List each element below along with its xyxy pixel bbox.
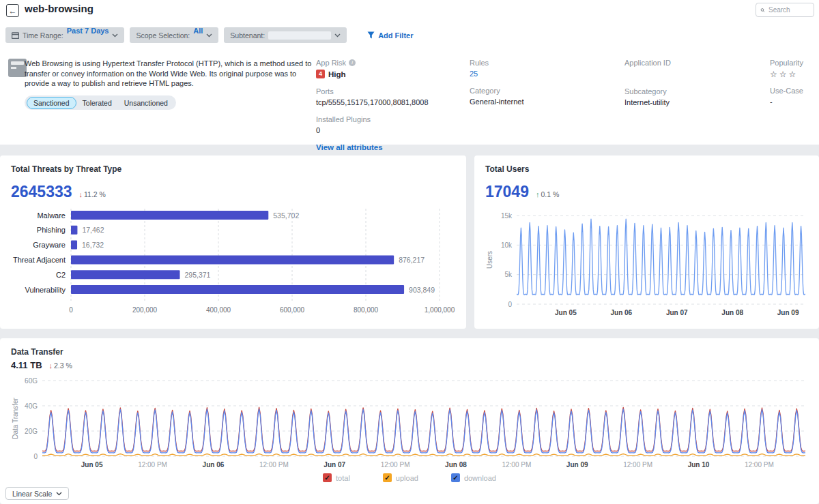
transfer-line-chart[interactable]: 020G40G60GData TransferJun 0512:00 PMJun… xyxy=(11,376,809,472)
svg-text:400,000: 400,000 xyxy=(206,306,231,314)
svg-text:12:00 PM: 12:00 PM xyxy=(381,461,410,469)
rules-value-link[interactable]: 25 xyxy=(470,70,524,78)
svg-text:12:00 PM: 12:00 PM xyxy=(623,461,652,469)
checkbox-checked-icon[interactable]: ✓ xyxy=(383,473,392,482)
time-range-value: Past 7 Days xyxy=(67,27,109,35)
svg-text:535,702: 535,702 xyxy=(273,211,299,220)
subtenant-dropdown[interactable]: Subtenant: xyxy=(224,27,347,43)
tag-unsanctioned[interactable]: Unsanctioned xyxy=(118,98,174,108)
global-search[interactable] xyxy=(756,3,814,17)
subcategory-label: Subcategory xyxy=(624,87,671,95)
page-title: web-browsing xyxy=(25,3,94,14)
checkbox-checked-icon[interactable]: ✓ xyxy=(451,473,460,482)
svg-text:Jun 05: Jun 05 xyxy=(81,461,103,469)
threats-chart-title: Total Threats by Threat Type xyxy=(11,164,121,174)
svg-text:Phishing: Phishing xyxy=(37,226,66,234)
svg-text:200,000: 200,000 xyxy=(132,306,158,314)
time-range-dropdown[interactable]: Time Range: Past 7 Days xyxy=(5,27,124,43)
svg-text:Jun 07: Jun 07 xyxy=(666,309,688,316)
search-input[interactable] xyxy=(768,6,808,14)
scale-selector-dropdown[interactable]: Linear Scale xyxy=(5,487,69,500)
svg-text:60G: 60G xyxy=(25,377,38,385)
ports-value: tcp/5555,15175,17000,8081,8008 xyxy=(316,98,429,106)
view-all-attributes-link[interactable]: View all attributes xyxy=(316,143,429,151)
ports-label: Ports xyxy=(316,87,429,95)
info-icon[interactable]: i xyxy=(349,59,356,66)
app-description: Web Browsing is using Hypertext Transfer… xyxy=(25,59,313,89)
svg-text:Grayware: Grayware xyxy=(33,241,66,249)
svg-text:C2: C2 xyxy=(56,271,66,279)
svg-text:10k: 10k xyxy=(501,241,513,249)
time-range-label: Time Range: xyxy=(23,31,63,40)
svg-text:16,732: 16,732 xyxy=(82,241,104,249)
use-case-label: Use-Case xyxy=(770,87,803,95)
svg-text:Jun 08: Jun 08 xyxy=(721,309,743,316)
svg-text:20G: 20G xyxy=(25,428,38,435)
top-section: ← web-browsing Time Range: Past 7 Days S… xyxy=(0,0,819,145)
svg-text:40G: 40G xyxy=(25,402,38,410)
svg-text:17,462: 17,462 xyxy=(82,226,104,234)
svg-text:0: 0 xyxy=(33,453,38,460)
svg-text:12:00 PM: 12:00 PM xyxy=(138,461,167,469)
add-filter-button[interactable]: Add Filter xyxy=(367,31,413,40)
chevron-down-icon xyxy=(56,492,62,496)
svg-text:Malware: Malware xyxy=(37,211,66,220)
sanction-toggle-group: Sanctioned Tolerated Unsanctioned xyxy=(25,95,176,110)
tag-tolerated[interactable]: Tolerated xyxy=(76,98,118,108)
attributes-col-4: Popularity ☆☆☆ Use-Case - xyxy=(770,59,803,115)
svg-text:15k: 15k xyxy=(501,212,513,220)
users-total-value: 17049 xyxy=(485,183,529,201)
svg-text:903,849: 903,849 xyxy=(409,286,435,294)
legend-download[interactable]: ✓ download xyxy=(451,473,496,482)
transfer-total-value: 4.11 TB xyxy=(11,360,42,370)
attributes-col-2: Rules 25 Category General-internet xyxy=(470,59,524,115)
threats-bar-chart[interactable]: 0200,000400,000600,000800,0001,000,000Ma… xyxy=(11,209,458,318)
app-browser-icon xyxy=(8,59,27,77)
svg-text:Jun 06: Jun 06 xyxy=(203,461,225,469)
svg-text:12:00 PM: 12:00 PM xyxy=(502,461,531,469)
popularity-label: Popularity xyxy=(770,59,803,67)
checkbox-checked-icon[interactable]: ✓ xyxy=(323,473,332,482)
installed-plugins-value: 0 xyxy=(316,126,429,134)
legend-upload[interactable]: ✓ upload xyxy=(383,473,418,482)
subtenant-redacted-value xyxy=(268,31,331,40)
users-chart-title: Total Users xyxy=(485,164,529,174)
chevron-down-icon xyxy=(334,33,341,38)
use-case-value: - xyxy=(770,98,803,106)
subtenant-label: Subtenant: xyxy=(230,31,265,40)
total-users-card: Total Users 17049 ↑0.1 % 05k10k15kUsersJ… xyxy=(474,155,819,329)
risk-level: High xyxy=(328,70,346,78)
tag-sanctioned[interactable]: Sanctioned xyxy=(27,97,76,109)
filter-bar: Time Range: Past 7 Days Scope Selection:… xyxy=(5,27,414,43)
svg-text:600,000: 600,000 xyxy=(280,306,305,314)
attributes-col-3: Application ID Subcategory Internet-util… xyxy=(624,59,671,115)
category-value: General-internet xyxy=(470,98,524,106)
risk-score-badge: 4 xyxy=(316,70,325,78)
threats-trend: ↓11.2 % xyxy=(79,190,106,198)
svg-text:800,000: 800,000 xyxy=(354,306,379,314)
installed-plugins-label: Installed Plugins xyxy=(316,115,429,123)
charts-row: Total Threats by Threat Type 2645333 ↓11… xyxy=(0,155,819,329)
rules-label: Rules xyxy=(470,59,524,67)
scope-value: All xyxy=(193,27,203,35)
application-id-label: Application ID xyxy=(624,59,671,67)
svg-text:1,000,000: 1,000,000 xyxy=(425,306,455,314)
svg-text:Data Transfer: Data Transfer xyxy=(12,398,19,439)
svg-text:Jun 08: Jun 08 xyxy=(445,461,467,469)
svg-text:Jun 05: Jun 05 xyxy=(555,309,577,316)
scope-selection-dropdown[interactable]: Scope Selection: All xyxy=(130,27,218,43)
legend-total[interactable]: ✓ total xyxy=(323,473,350,482)
svg-text:Jun 09: Jun 09 xyxy=(566,461,588,469)
chevron-down-icon xyxy=(112,33,118,38)
calendar-icon xyxy=(12,32,19,39)
filter-funnel-icon xyxy=(367,31,375,39)
svg-text:295,371: 295,371 xyxy=(185,271,211,279)
users-line-chart[interactable]: 05k10k15kUsersJun 05Jun 06Jun 07Jun 08Ju… xyxy=(485,210,808,322)
svg-text:0: 0 xyxy=(508,301,512,308)
svg-text:12:00 PM: 12:00 PM xyxy=(259,461,289,469)
back-button[interactable]: ← xyxy=(6,4,19,17)
popularity-stars-icon: ☆☆☆ xyxy=(770,70,803,79)
users-trend: ↑0.1 % xyxy=(536,190,559,198)
transfer-chart-title: Data Transfer xyxy=(11,347,63,357)
scale-selector-label: Linear Scale xyxy=(12,490,52,498)
